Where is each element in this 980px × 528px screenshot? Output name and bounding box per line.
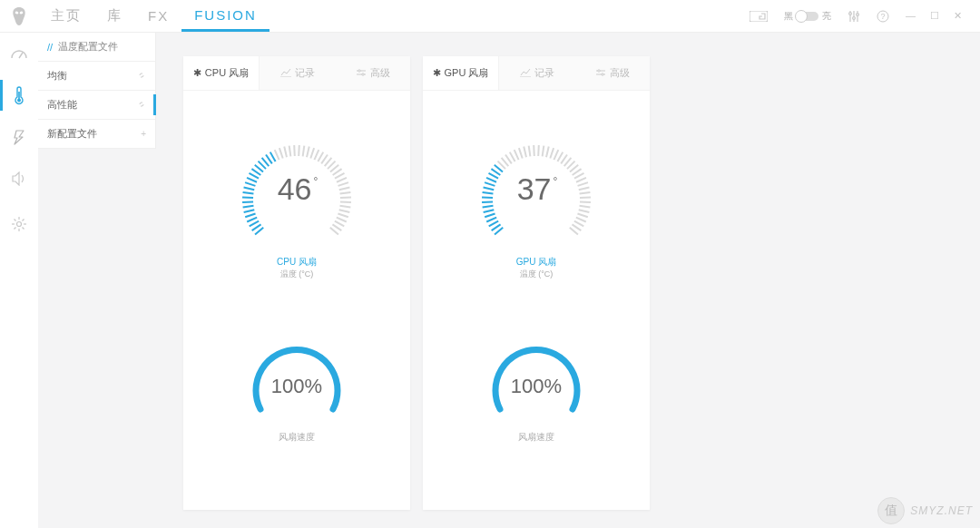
settings-sliders-icon[interactable] bbox=[848, 10, 860, 23]
svg-line-110 bbox=[554, 150, 558, 160]
svg-line-55 bbox=[314, 150, 318, 160]
svg-line-47 bbox=[279, 148, 283, 158]
speed-arc: 100% bbox=[247, 346, 347, 422]
gpu-fan-card: ✱ GPU 风扇 记录 高级 37° GPU 风扇 温度 ( bbox=[423, 56, 650, 510]
svg-point-4 bbox=[849, 12, 852, 15]
svg-line-92 bbox=[485, 182, 495, 186]
temp-gauge-dial: 37° bbox=[468, 136, 604, 249]
nav-fx[interactable]: FX bbox=[135, 0, 181, 32]
svg-line-35 bbox=[243, 192, 254, 194]
rail-lighting-icon[interactable] bbox=[0, 203, 38, 245]
svg-line-18 bbox=[23, 228, 24, 230]
svg-line-52 bbox=[303, 146, 305, 157]
profile-item-performance[interactable]: 高性能 bbox=[38, 91, 155, 120]
svg-line-72 bbox=[337, 218, 347, 222]
svg-point-5 bbox=[853, 16, 856, 19]
tab-log[interactable]: 记录 bbox=[260, 56, 335, 90]
nav-library[interactable]: 库 bbox=[94, 0, 135, 32]
top-bar: 主页 库 FX FUSION 黑 亮 ? — ☐ ✕ bbox=[0, 0, 980, 33]
svg-line-83 bbox=[489, 221, 498, 227]
svg-line-126 bbox=[577, 213, 587, 217]
fan-speed-value: 100% bbox=[271, 375, 322, 398]
svg-line-71 bbox=[338, 213, 348, 217]
profile-item-new[interactable]: 新配置文件 + bbox=[38, 120, 155, 149]
tab-advanced[interactable]: 高级 bbox=[574, 56, 650, 90]
profile-item-balanced[interactable]: 均衡 bbox=[38, 62, 155, 91]
left-rail bbox=[0, 33, 38, 528]
tab-label: 记录 bbox=[534, 66, 554, 80]
svg-line-121 bbox=[580, 192, 591, 194]
svg-line-33 bbox=[242, 201, 253, 202]
svg-line-37 bbox=[245, 182, 255, 186]
svg-line-101 bbox=[514, 150, 519, 160]
svg-line-63 bbox=[337, 178, 347, 182]
help-icon[interactable]: ? bbox=[877, 10, 889, 23]
svg-line-62 bbox=[335, 173, 344, 179]
rail-audio-icon[interactable] bbox=[0, 158, 38, 200]
tab-advanced[interactable]: 高级 bbox=[335, 56, 410, 90]
theme-toggle[interactable]: 黑 亮 bbox=[784, 10, 831, 23]
svg-line-19 bbox=[23, 220, 24, 221]
card-tabs: ✱ CPU 风扇 记录 高级 bbox=[183, 56, 410, 91]
temperature-gauge: 37° GPU 风扇 温度 (°C) bbox=[423, 91, 650, 280]
fan-speed-label: 风扇速度 bbox=[518, 431, 554, 444]
speed-arc: 100% bbox=[486, 346, 586, 422]
top-tools: 黑 亮 ? — ☐ ✕ bbox=[750, 10, 980, 23]
tab-log[interactable]: 记录 bbox=[499, 56, 574, 90]
minimize-icon[interactable]: — bbox=[906, 10, 916, 22]
svg-line-125 bbox=[579, 210, 590, 212]
close-icon[interactable]: ✕ bbox=[954, 10, 962, 22]
svg-point-80 bbox=[601, 73, 603, 74]
svg-line-20 bbox=[15, 228, 16, 230]
svg-line-36 bbox=[244, 187, 255, 190]
svg-point-79 bbox=[597, 69, 599, 71]
svg-line-128 bbox=[574, 221, 583, 227]
svg-point-6 bbox=[857, 13, 859, 15]
svg-line-109 bbox=[550, 148, 554, 158]
svg-line-117 bbox=[574, 173, 583, 179]
svg-line-54 bbox=[310, 148, 314, 158]
gauge-title: CPU 风扇 bbox=[277, 256, 317, 269]
maximize-icon[interactable]: ☐ bbox=[930, 10, 939, 22]
svg-line-105 bbox=[534, 145, 534, 156]
card-tabs: ✱ GPU 风扇 记录 高级 bbox=[423, 56, 650, 91]
tab-cpu-fan[interactable]: ✱ CPU 风扇 bbox=[183, 56, 260, 90]
cpu-fan-card: ✱ CPU 风扇 记录 高级 46° CPU 风扇 温度 ( bbox=[183, 56, 410, 510]
tab-gpu-fan[interactable]: ✱ GPU 风扇 bbox=[423, 56, 499, 90]
svg-line-119 bbox=[578, 182, 588, 186]
tab-label: CPU 风扇 bbox=[205, 66, 249, 80]
svg-line-70 bbox=[339, 210, 350, 212]
tab-label: 高级 bbox=[610, 66, 630, 80]
rail-overclock-icon[interactable] bbox=[0, 33, 38, 74]
watermark-text: SMYZ.NET bbox=[910, 504, 973, 517]
rail-power-icon[interactable] bbox=[0, 116, 38, 158]
nav-fusion[interactable]: FUSION bbox=[181, 0, 270, 32]
tab-label: GPU 风扇 bbox=[445, 66, 489, 80]
svg-line-66 bbox=[340, 192, 351, 194]
svg-line-38 bbox=[247, 178, 257, 182]
svg-line-28 bbox=[250, 221, 259, 227]
svg-point-12 bbox=[17, 222, 22, 227]
watermark: 值 SMYZ.NET bbox=[877, 497, 973, 524]
temperature-value: 37° bbox=[517, 171, 556, 207]
svg-line-34 bbox=[242, 197, 253, 198]
profile-label: 均衡 bbox=[47, 69, 67, 83]
chart-icon bbox=[280, 68, 291, 79]
svg-line-31 bbox=[244, 210, 255, 212]
profile-panel-title: 温度配置文件 bbox=[58, 40, 118, 54]
svg-line-122 bbox=[580, 197, 591, 198]
temperature-gauge: 46° CPU 风扇 温度 (°C) bbox=[183, 91, 410, 280]
rail-thermal-icon[interactable] bbox=[0, 74, 38, 116]
nav-home[interactable]: 主页 bbox=[38, 0, 94, 32]
alienware-logo-icon bbox=[0, 7, 38, 25]
svg-line-127 bbox=[576, 218, 586, 222]
svg-line-106 bbox=[538, 145, 539, 156]
fan-speed-gauge: 100% 风扇速度 bbox=[183, 346, 410, 444]
gauge-title: GPU 风扇 bbox=[516, 256, 556, 269]
svg-point-25 bbox=[361, 73, 363, 74]
plus-icon: + bbox=[141, 129, 146, 139]
g-mode-icon[interactable] bbox=[750, 11, 768, 22]
svg-text:?: ? bbox=[880, 12, 885, 21]
svg-line-124 bbox=[580, 206, 591, 208]
svg-line-65 bbox=[339, 187, 350, 190]
